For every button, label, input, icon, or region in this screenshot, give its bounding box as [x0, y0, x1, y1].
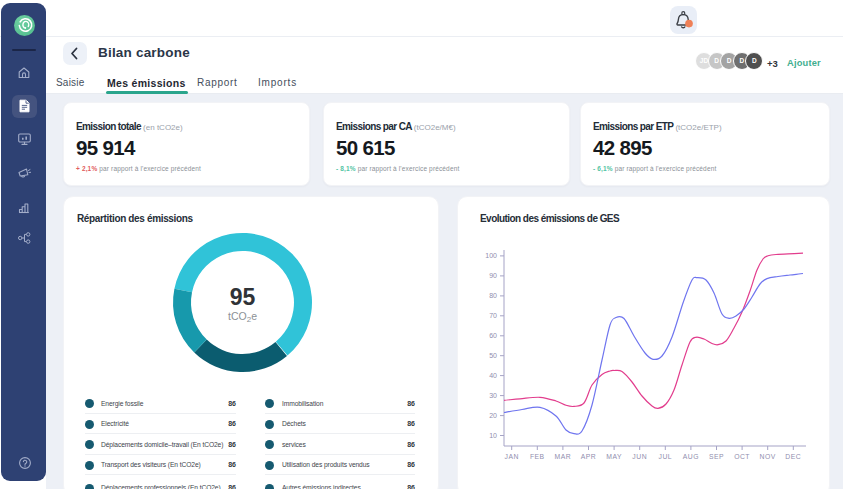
svg-text:DEC: DEC: [785, 453, 801, 460]
svg-text:AUG: AUG: [683, 453, 699, 460]
svg-text:MAR: MAR: [555, 453, 572, 460]
svg-text:NOV: NOV: [760, 453, 776, 460]
svg-text:70: 70: [489, 312, 497, 319]
svg-text:JUN: JUN: [632, 453, 647, 460]
svg-text:MAY: MAY: [606, 453, 622, 460]
svg-text:30: 30: [489, 392, 497, 399]
svg-text:40: 40: [489, 372, 497, 379]
svg-text:80: 80: [489, 292, 497, 299]
svg-text:100: 100: [485, 252, 497, 259]
svg-text:90: 90: [489, 272, 497, 279]
svg-text:60: 60: [489, 332, 497, 339]
svg-text:OCT: OCT: [734, 453, 750, 460]
svg-text:JAN: JAN: [505, 453, 519, 460]
svg-text:APR: APR: [581, 453, 596, 460]
svg-text:JUL: JUL: [659, 453, 673, 460]
svg-text:10: 10: [489, 432, 497, 439]
svg-text:FEB: FEB: [530, 453, 545, 460]
svg-text:20: 20: [489, 412, 497, 419]
svg-text:50: 50: [489, 352, 497, 359]
svg-text:SEP: SEP: [709, 453, 724, 460]
